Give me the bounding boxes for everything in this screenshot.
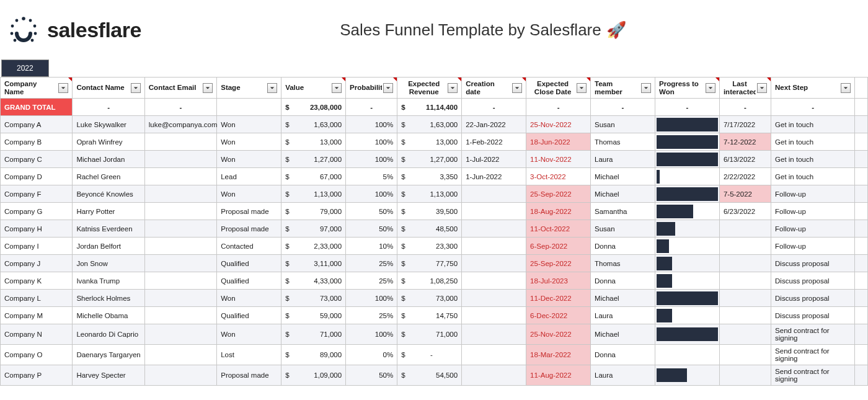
cell-last-interacted[interactable]: 6/23/2022 xyxy=(719,203,771,220)
cell-email[interactable] xyxy=(144,238,216,255)
cell-expected-close-date[interactable]: 25-Sep-2022 xyxy=(526,255,591,272)
cell-expected-close-date[interactable]: 11-Aug-2022 xyxy=(526,365,591,386)
cell-expected-revenue[interactable]: $71,000 xyxy=(397,324,462,345)
cell-team-member[interactable]: Donna xyxy=(591,238,655,255)
cell-team-member[interactable]: Michael xyxy=(591,290,655,307)
filter-dropdown-icon[interactable] xyxy=(577,83,587,93)
cell-next-step[interactable]: Get in touch xyxy=(771,151,855,168)
cell-expected-revenue[interactable]: $1,08,250 xyxy=(397,272,462,290)
cell-progress[interactable] xyxy=(655,185,719,203)
cell-progress[interactable] xyxy=(655,238,719,255)
cell-creation-date[interactable] xyxy=(462,324,526,345)
cell-company[interactable]: Company C xyxy=(1,151,73,168)
cell-next-step[interactable]: Follow-up xyxy=(771,220,855,238)
cell-creation-date[interactable] xyxy=(462,255,526,272)
cell-contact[interactable]: Oprah Winfrey xyxy=(73,133,144,151)
cell-next-step[interactable]: Discuss proposal xyxy=(771,290,855,307)
cell-last-interacted[interactable] xyxy=(719,345,771,365)
cell-contact[interactable]: Beyoncé Knowles xyxy=(73,185,144,203)
cell-company[interactable]: Company J xyxy=(1,255,73,272)
cell-expected-revenue[interactable]: $23,300 xyxy=(397,238,462,255)
cell-expected-close-date[interactable]: 11-Nov-2022 xyxy=(526,151,591,168)
cell-last-interacted[interactable] xyxy=(719,365,771,386)
cell-last-interacted[interactable] xyxy=(719,307,771,324)
cell-contact[interactable]: Jon Snow xyxy=(73,255,144,272)
cell-company[interactable]: Company A xyxy=(1,116,73,133)
cell-expected-close-date[interactable]: 18-Jun-2022 xyxy=(526,133,591,151)
cell-company[interactable]: Company H xyxy=(1,220,73,238)
cell-creation-date[interactable] xyxy=(462,185,526,203)
cell-last-interacted[interactable] xyxy=(719,290,771,307)
cell-expected-close-date[interactable]: 25-Nov-2022 xyxy=(526,116,591,133)
cell-stage[interactable]: Proposal made xyxy=(217,365,281,386)
cell-creation-date[interactable] xyxy=(462,220,526,238)
filter-dropdown-icon[interactable] xyxy=(641,83,651,93)
cell-probability[interactable]: 50% xyxy=(346,365,397,386)
cell-value[interactable]: $4,33,000 xyxy=(281,272,346,290)
cell-probability[interactable]: 100% xyxy=(346,133,397,151)
cell-expected-close-date[interactable]: 25-Nov-2022 xyxy=(526,324,591,345)
cell-creation-date[interactable] xyxy=(462,203,526,220)
cell-value[interactable]: $59,000 xyxy=(281,307,346,324)
cell-expected-revenue[interactable]: $39,500 xyxy=(397,203,462,220)
cell-value[interactable]: $2,33,000 xyxy=(281,238,346,255)
cell-stage[interactable]: Won xyxy=(217,290,281,307)
cell-value[interactable]: $67,000 xyxy=(281,168,346,185)
cell-last-interacted[interactable]: 7/17/2022 xyxy=(719,116,771,133)
cell-creation-date[interactable]: 22-Jan-2022 xyxy=(462,116,526,133)
filter-dropdown-icon[interactable] xyxy=(203,83,213,93)
cell-probability[interactable]: 50% xyxy=(346,220,397,238)
cell-next-step[interactable]: Discuss proposal xyxy=(771,272,855,290)
cell-email[interactable] xyxy=(144,365,216,386)
cell-team-member[interactable]: Thomas xyxy=(591,133,655,151)
cell-progress[interactable] xyxy=(655,116,719,133)
cell-next-step[interactable]: Follow-up xyxy=(771,238,855,255)
cell-value[interactable]: $79,000 xyxy=(281,203,346,220)
cell-value[interactable]: $1,13,000 xyxy=(281,185,346,203)
cell-next-step[interactable]: Send contract for signing xyxy=(771,324,855,345)
cell-expected-revenue[interactable]: $- xyxy=(397,345,462,365)
cell-contact[interactable]: Daenarys Targaryen xyxy=(73,345,144,365)
cell-stage[interactable]: Qualified xyxy=(217,255,281,272)
cell-creation-date[interactable]: 1-Jun-2022 xyxy=(462,168,526,185)
cell-probability[interactable]: 100% xyxy=(346,116,397,133)
cell-expected-close-date[interactable]: 6-Sep-2022 xyxy=(526,238,591,255)
cell-expected-close-date[interactable]: 25-Sep-2022 xyxy=(526,185,591,203)
cell-value[interactable]: $1,27,000 xyxy=(281,151,346,168)
cell-last-interacted[interactable] xyxy=(719,255,771,272)
cell-progress[interactable] xyxy=(655,345,719,365)
cell-value[interactable]: $1,09,000 xyxy=(281,365,346,386)
cell-progress[interactable] xyxy=(655,151,719,168)
filter-dropdown-icon[interactable] xyxy=(448,83,458,93)
cell-creation-date[interactable]: 1-Jul-2022 xyxy=(462,151,526,168)
cell-probability[interactable]: 0% xyxy=(346,345,397,365)
cell-next-step[interactable]: Discuss proposal xyxy=(771,307,855,324)
cell-progress[interactable] xyxy=(655,307,719,324)
cell-progress[interactable] xyxy=(655,365,719,386)
cell-stage[interactable]: Contacted xyxy=(217,238,281,255)
cell-probability[interactable]: 100% xyxy=(346,151,397,168)
cell-progress[interactable] xyxy=(655,133,719,151)
cell-team-member[interactable]: Michael xyxy=(591,168,655,185)
filter-dropdown-icon[interactable] xyxy=(131,83,141,93)
cell-team-member[interactable]: Laura xyxy=(591,151,655,168)
cell-expected-revenue[interactable]: $54,500 xyxy=(397,365,462,386)
cell-expected-close-date[interactable]: 3-Oct-2022 xyxy=(526,168,591,185)
cell-team-member[interactable]: Thomas xyxy=(591,255,655,272)
cell-expected-revenue[interactable]: $14,750 xyxy=(397,307,462,324)
cell-company[interactable]: Company B xyxy=(1,133,73,151)
cell-email[interactable] xyxy=(144,307,216,324)
cell-stage[interactable]: Proposal made xyxy=(217,203,281,220)
cell-expected-revenue[interactable]: $3,350 xyxy=(397,168,462,185)
cell-last-interacted[interactable] xyxy=(719,272,771,290)
cell-expected-close-date[interactable]: 6-Dec-2022 xyxy=(526,307,591,324)
cell-progress[interactable] xyxy=(655,168,719,185)
cell-creation-date[interactable] xyxy=(462,365,526,386)
cell-next-step[interactable]: Send contract for signing xyxy=(771,365,855,386)
cell-email[interactable] xyxy=(144,324,216,345)
cell-company[interactable]: Company D xyxy=(1,168,73,185)
cell-contact[interactable]: Ivanka Trump xyxy=(73,272,144,290)
cell-stage[interactable]: Won xyxy=(217,116,281,133)
cell-email[interactable]: luke@companya.com xyxy=(144,116,216,133)
cell-team-member[interactable]: Donna xyxy=(591,345,655,365)
